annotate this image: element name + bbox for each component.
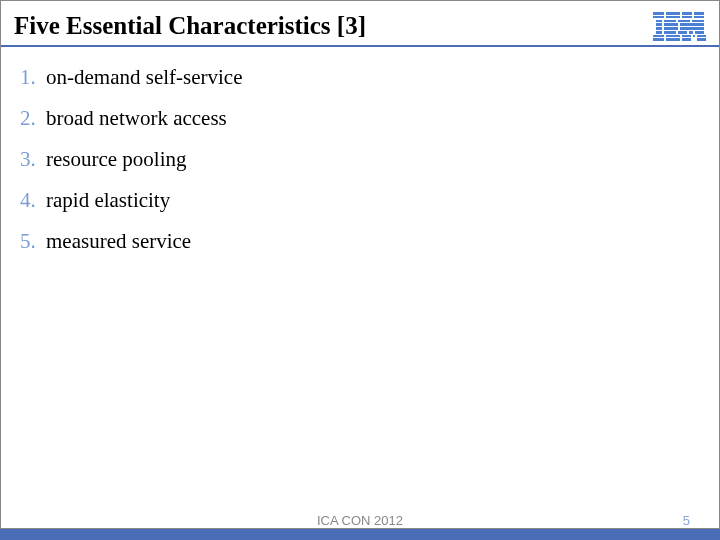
list-text: on-demand self-service bbox=[46, 65, 243, 90]
list-item: 4. rapid elasticity bbox=[20, 188, 706, 213]
list-item: 2. broad network access bbox=[20, 106, 706, 131]
bottom-accent-bar bbox=[0, 528, 720, 540]
list-number: 3. bbox=[20, 147, 46, 172]
slide-header: Five Essential Characteristics [3] bbox=[0, 0, 720, 47]
slide-title: Five Essential Characteristics [3] bbox=[14, 12, 366, 40]
footer-text: ICA CON 2012 bbox=[317, 513, 403, 528]
page-number: 5 bbox=[683, 513, 690, 528]
ibm-logo-icon bbox=[653, 10, 706, 41]
list-item: 3. resource pooling bbox=[20, 147, 706, 172]
list-text: resource pooling bbox=[46, 147, 187, 172]
list-number: 1. bbox=[20, 65, 46, 90]
list-item: 5. measured service bbox=[20, 229, 706, 254]
list-number: 4. bbox=[20, 188, 46, 213]
list-text: measured service bbox=[46, 229, 191, 254]
list-text: broad network access bbox=[46, 106, 227, 131]
slide-body: 1. on-demand self-service 2. broad netwo… bbox=[0, 47, 720, 254]
characteristics-list: 1. on-demand self-service 2. broad netwo… bbox=[20, 65, 706, 254]
list-item: 1. on-demand self-service bbox=[20, 65, 706, 90]
list-text: rapid elasticity bbox=[46, 188, 170, 213]
list-number: 5. bbox=[20, 229, 46, 254]
list-number: 2. bbox=[20, 106, 46, 131]
